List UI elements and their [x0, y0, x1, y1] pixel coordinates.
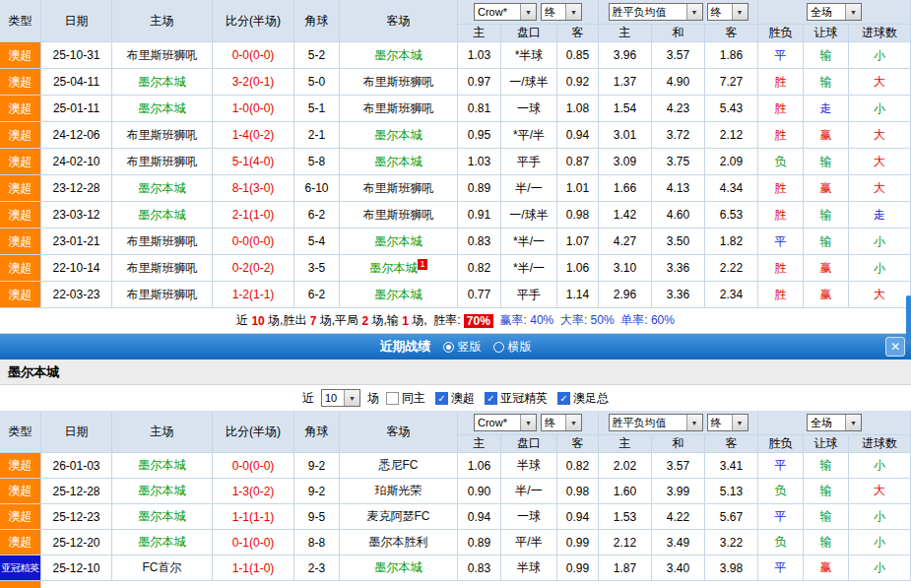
- final-avg-select[interactable]: 终▼: [707, 3, 748, 21]
- final-odds-select[interactable]: 终▼: [541, 414, 582, 431]
- home-odds-cell: 0.83: [458, 555, 501, 581]
- away-odds-cell: 0.92: [557, 69, 599, 96]
- home-team-cell: 布里斯班狮吼: [112, 42, 213, 69]
- avg-home-cell: 3.09: [599, 149, 652, 175]
- subcol-goals: 进球数: [849, 435, 911, 453]
- avg-home-cell: 3.10: [599, 255, 652, 282]
- date-cell: 25-10-31: [41, 42, 112, 69]
- handicap-result-cell: 输: [804, 42, 849, 69]
- scrollbar-thumb[interactable]: [906, 295, 911, 340]
- handicap-result-cell: 输: [804, 229, 849, 255]
- summary-segment: 场,: [265, 312, 284, 329]
- col-home: 主场: [112, 411, 213, 453]
- score-cell: 1-1(1-1): [213, 504, 294, 530]
- home-odds-cell: 0.81: [458, 96, 501, 122]
- result-cell: 平: [758, 504, 804, 530]
- avg-home-cell: 1.60: [599, 479, 652, 504]
- avg-away-cell: 3.41: [705, 453, 758, 479]
- handicap-result-cell: 赢: [804, 282, 849, 308]
- match-row: 澳超 24-12-06 布里斯班狮吼 1-4(0-2) 2-1 墨尔本城 0.9…: [0, 122, 911, 149]
- away-team-name: 墨尔本城: [375, 287, 423, 303]
- match-row: 澳超 25-12-20 墨尔本城 0-1(0-0) 8-8 墨尔本胜利 0.89…: [0, 530, 911, 555]
- dropdown-arrow-icon: ▼: [520, 4, 536, 20]
- corners-cell: 6-2: [294, 282, 340, 308]
- subcol-result: 胜负: [758, 25, 804, 42]
- league-filter-checkbox[interactable]: 澳超: [435, 390, 475, 407]
- subcol-home-odds: 主: [458, 25, 501, 42]
- away-team-cell: 麦克阿瑟FC: [340, 504, 458, 530]
- score-cell: 3-2(0-1): [213, 69, 294, 96]
- final-odds-select[interactable]: 终▼: [541, 3, 582, 21]
- match-row: 亚冠精英 25-12-10 FC首尔 1-1(1-0) 2-3 墨尔本城 0.8…: [0, 555, 911, 581]
- avg-home-cell: 1.53: [599, 504, 652, 530]
- avg-home-cell: 2.12: [599, 530, 652, 555]
- league-cell: 澳超: [0, 42, 41, 69]
- avg-away-cell: 2.12: [705, 122, 758, 149]
- home-odds-cell: 0.91: [458, 202, 501, 229]
- match-row: 澳超 25-04-11 墨尔本城 3-2(0-1) 5-0 布里斯班狮吼 0.9…: [0, 69, 911, 96]
- corners-cell: 9-2: [294, 479, 340, 504]
- vertical-layout-label: 竖版: [458, 339, 482, 356]
- match-scope-select[interactable]: 全场▼: [807, 414, 862, 431]
- bookmaker-select[interactable]: Crow*▼: [474, 414, 537, 431]
- home-odds-cell: 0.94: [458, 504, 501, 530]
- away-odds-cell: 0.94: [557, 504, 599, 530]
- handicap-cell: 半/一: [501, 175, 557, 202]
- goals-result-cell: 大: [849, 479, 911, 504]
- goals-result-cell: 大: [849, 69, 911, 96]
- corners-cell: 3-5: [294, 255, 340, 282]
- avg-draw-cell: 3.50: [652, 229, 705, 255]
- away-team-cell: 墨尔本城: [340, 229, 458, 255]
- match-scope-select[interactable]: 全场▼: [807, 3, 862, 21]
- date-cell: 26-01-03: [41, 453, 112, 479]
- handicap-cell: 半球: [501, 453, 557, 479]
- avg-odds-select[interactable]: 胜平负均值▼: [609, 414, 703, 431]
- close-icon[interactable]: ✕: [885, 337, 905, 357]
- corners-cell: 9-2: [294, 453, 340, 479]
- vertical-layout-radio[interactable]: 竖版: [443, 339, 482, 356]
- goals-result-cell: 大: [849, 149, 911, 175]
- handicap-result-cell: 输: [804, 479, 849, 504]
- recent-results-title: 近期战绩: [380, 338, 431, 356]
- away-team-cell: 墨尔本城: [340, 42, 458, 69]
- score-cell: 0-0(0-0): [213, 453, 294, 479]
- avg-draw-cell: 4.22: [652, 504, 705, 530]
- league-cell: 澳超: [0, 479, 41, 504]
- recent-count-select[interactable]: 10▼: [321, 389, 360, 407]
- league-filter-checkbox[interactable]: 澳足总: [557, 390, 609, 407]
- radio-unselected-icon: [493, 342, 504, 353]
- final-avg-select[interactable]: 终▼: [707, 414, 748, 431]
- h2h-table-body: 澳超 25-10-31 布里斯班狮吼 0-0(0-0) 5-2 墨尔本城 1.0…: [0, 42, 911, 308]
- league-filter-checkbox[interactable]: 同主: [386, 390, 425, 407]
- avg-draw-cell: 4.90: [652, 69, 705, 96]
- avg-home-cell: 2.02: [599, 453, 652, 479]
- avg-odds-select[interactable]: 胜平负均值▼: [609, 3, 703, 21]
- avg-select-group: 胜平负均值▼ 终▼: [599, 411, 758, 435]
- home-team-cell: 布里斯班狮吼: [112, 255, 213, 282]
- handicap-result-cell: 输: [804, 453, 849, 479]
- handicap-result-cell: 走: [804, 96, 849, 122]
- home-odds-cell: 0.89: [458, 530, 501, 555]
- avg-home-cell: 1.42: [599, 202, 652, 229]
- date-cell: 25-12-23: [41, 504, 112, 530]
- home-odds-cell: 1.03: [458, 42, 501, 69]
- goals-result-cell: 小: [849, 453, 911, 479]
- away-odds-cell: 1.01: [557, 175, 599, 202]
- summary-segment: 场,: [409, 312, 433, 329]
- avg-home-cell: 1.37: [599, 69, 652, 96]
- summary-segment: 单率: 60%: [615, 312, 675, 329]
- home-team-cell: 墨尔本城: [112, 69, 213, 96]
- filter-option-label: 澳超: [451, 390, 475, 407]
- goals-result-cell: 小: [849, 42, 911, 69]
- league-filter-checkbox[interactable]: 亚冠精英: [485, 390, 548, 407]
- bookmaker-select[interactable]: Crow*▼: [474, 3, 537, 21]
- away-team-name: 墨尔本城: [375, 127, 423, 144]
- result-cell: 胜: [758, 69, 804, 96]
- handicap-result-cell: 输: [804, 530, 849, 555]
- goals-result-cell: 小: [849, 255, 911, 282]
- home-team-cell: 墨尔本城: [112, 96, 213, 122]
- corners-cell: 6-10: [294, 175, 340, 202]
- horizontal-layout-radio[interactable]: 横版: [493, 339, 532, 356]
- team-section-band: 墨尔本城: [0, 359, 911, 385]
- result-cell: 平: [758, 555, 804, 581]
